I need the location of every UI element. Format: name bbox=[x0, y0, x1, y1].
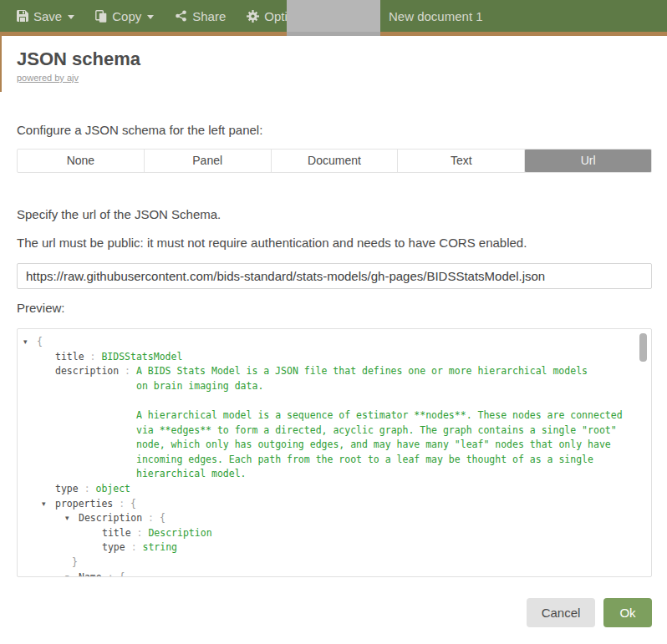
tab-none[interactable]: None bbox=[18, 150, 145, 172]
ok-button[interactable]: Ok bbox=[603, 598, 652, 627]
expand-caret-icon[interactable]: ▾ bbox=[65, 511, 79, 526]
preview-label: Preview: bbox=[17, 301, 65, 315]
document-tab[interactable]: New document 1 bbox=[389, 0, 483, 32]
schema-preview-panel: ▾{ title : BIDSStatsModel description : … bbox=[17, 328, 652, 577]
tree-row: hierarchical model. bbox=[25, 467, 651, 482]
tree-row-blank bbox=[25, 393, 651, 408]
save-menu-label: Save bbox=[33, 9, 62, 23]
powered-by-ajv-link[interactable]: powered by ajv bbox=[17, 73, 79, 83]
share-menu-button[interactable]: Share bbox=[175, 9, 226, 23]
tree-row: description : A BIDS Stats Model is a JS… bbox=[25, 364, 651, 379]
expand-caret-icon[interactable]: ▾ bbox=[42, 497, 55, 512]
gear-icon bbox=[247, 10, 259, 23]
expand-caret-icon[interactable]: ▾ bbox=[65, 570, 79, 578]
configure-schema-label: Configure a JSON schema for the left pan… bbox=[17, 123, 262, 137]
cancel-button[interactable]: Cancel bbox=[527, 598, 595, 627]
tree-row: on brain imaging data. bbox=[25, 379, 651, 394]
left-edge-accent bbox=[0, 36, 2, 92]
document-tab-title: New document 1 bbox=[389, 9, 483, 23]
url-help-text-2: The url must be public: it must not requ… bbox=[17, 236, 527, 250]
tab-panel[interactable]: Panel bbox=[145, 150, 272, 172]
schema-url-input[interactable] bbox=[17, 263, 652, 289]
tree-row: ▾properties : { bbox=[25, 497, 651, 512]
save-menu-button[interactable]: Save bbox=[17, 9, 74, 23]
copy-menu-label: Copy bbox=[112, 9, 141, 23]
empty-tab-placeholder[interactable] bbox=[287, 0, 380, 36]
tree-row: type : string bbox=[25, 540, 651, 555]
json-tree: ▾{ title : BIDSStatsModel description : … bbox=[18, 329, 651, 577]
share-menu-label: Share bbox=[192, 9, 226, 23]
tree-row: A hierarchical model is a sequence of es… bbox=[25, 408, 651, 423]
tree-row: via **edges** to form a directed, acycli… bbox=[25, 423, 651, 439]
tab-text[interactable]: Text bbox=[398, 150, 525, 172]
tree-row: title : Description bbox=[25, 526, 651, 541]
tree-row: incoming edges. Each path from the root … bbox=[25, 453, 651, 468]
tree-row: } bbox=[25, 555, 651, 570]
copy-icon bbox=[95, 10, 107, 23]
tree-row: title : BIDSStatsModel bbox=[25, 350, 651, 365]
copy-menu-button[interactable]: Copy bbox=[95, 9, 154, 23]
chevron-down-icon bbox=[147, 15, 154, 19]
tree-row: ▾Name : { bbox=[25, 570, 651, 578]
tree-row: node, which only has outgoing edges, and… bbox=[25, 438, 651, 453]
share-icon bbox=[175, 10, 187, 22]
save-icon bbox=[17, 10, 28, 22]
tree-row: ▾{ bbox=[25, 335, 651, 350]
preview-scrollbar-thumb[interactable] bbox=[639, 333, 647, 362]
tree-row: type : object bbox=[25, 482, 651, 497]
tree-row: ▾Description : { bbox=[25, 511, 651, 526]
tab-document[interactable]: Document bbox=[272, 150, 399, 172]
url-help-text-1: Specify the url of the JSON Schema. bbox=[17, 207, 221, 221]
chevron-down-icon bbox=[68, 15, 74, 19]
page-title: JSON schema bbox=[17, 48, 140, 70]
schema-source-tabbar: None Panel Document Text Url bbox=[17, 149, 652, 173]
json-editor-app: Save Copy Share Options New document 1 bbox=[0, 0, 667, 644]
expand-caret-icon[interactable]: ▾ bbox=[23, 335, 37, 350]
tab-url[interactable]: Url bbox=[525, 150, 651, 172]
